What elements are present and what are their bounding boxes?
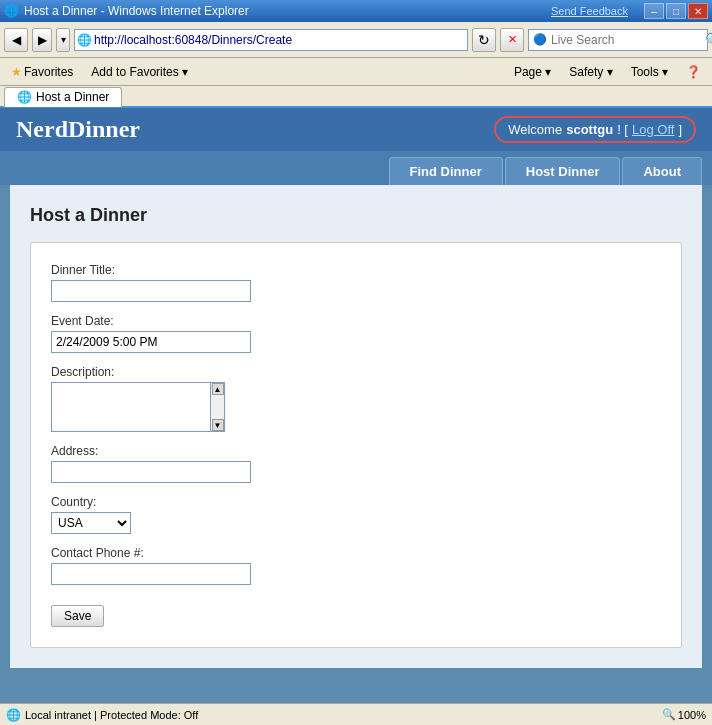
toolbar: ★ Favorites Add to Favorites ▾ Page ▾ Sa… [0, 58, 712, 86]
country-label: Country: [51, 495, 661, 509]
window-title: Host a Dinner - Windows Internet Explore… [24, 4, 249, 18]
country-group: Country: USA UK Canada Australia [51, 495, 661, 534]
maximize-button[interactable]: □ [666, 3, 686, 19]
save-button[interactable]: Save [51, 605, 104, 627]
country-select-wrap: USA UK Canada Australia [51, 512, 661, 534]
title-bar-left: 🌐 Host a Dinner - Windows Internet Explo… [4, 4, 249, 18]
tab-icon: 🌐 [17, 90, 32, 104]
nav-tab-host-dinner[interactable]: Host Dinner [505, 157, 621, 185]
intranet-icon: 🌐 [6, 708, 21, 722]
welcome-separator: ! [ [617, 122, 628, 137]
zoom-area: 🔍 100% [662, 708, 706, 721]
tools-menu-button[interactable]: Tools ▾ [624, 61, 675, 83]
description-textarea-wrap: ▲ ▼ [51, 382, 661, 432]
description-input[interactable] [51, 382, 211, 432]
contact-phone-label: Contact Phone #: [51, 546, 661, 560]
event-date-label: Event Date: [51, 314, 661, 328]
contact-phone-group: Contact Phone #: [51, 546, 661, 585]
country-select[interactable]: USA UK Canada Australia [51, 512, 131, 534]
address-input[interactable] [51, 461, 251, 483]
zoom-level: 100% [678, 709, 706, 721]
status-text: Local intranet | Protected Mode: Off [25, 709, 198, 721]
description-scrollbar: ▲ ▼ [211, 382, 225, 432]
event-date-group: Event Date: [51, 314, 661, 353]
contact-phone-input[interactable] [51, 563, 251, 585]
favorites-label: Favorites [24, 65, 73, 79]
title-bar: 🌐 Host a Dinner - Windows Internet Explo… [0, 0, 712, 22]
zoom-icon: 🔍 [662, 708, 676, 721]
dinner-title-label: Dinner Title: [51, 263, 661, 277]
description-label: Description: [51, 365, 661, 379]
forward-button[interactable]: ▶ [32, 28, 52, 52]
address-bar-wrap: 🌐 [74, 29, 468, 51]
search-input[interactable] [551, 33, 701, 47]
refresh-button[interactable]: ↻ [472, 28, 496, 52]
add-favorites-label: Add to Favorites ▾ [91, 65, 188, 79]
status-left: 🌐 Local intranet | Protected Mode: Off [6, 708, 198, 722]
star-icon: ★ [11, 65, 22, 79]
welcome-area: Welcome scottgu ! [ Log Off ] [494, 116, 696, 143]
page-title: Host a Dinner [30, 205, 682, 226]
status-bar: 🌐 Local intranet | Protected Mode: Off 🔍… [0, 703, 712, 725]
favorites-button[interactable]: ★ Favorites [4, 61, 80, 83]
form-container: Dinner Title: Event Date: Description: ▲ [30, 242, 682, 648]
tab-host-dinner[interactable]: 🌐 Host a Dinner [4, 87, 122, 107]
tab-label: Host a Dinner [36, 90, 109, 104]
close-bracket: ] [678, 122, 682, 137]
browser-body: NerdDinner Welcome scottgu ! [ Log Off ]… [0, 108, 712, 703]
logoff-link[interactable]: Log Off [632, 122, 674, 137]
scrollbar-up-button[interactable]: ▲ [212, 383, 224, 395]
dinner-title-input[interactable] [51, 280, 251, 302]
description-group: Description: ▲ ▼ [51, 365, 661, 432]
nav-tab-find-dinner[interactable]: Find Dinner [389, 157, 503, 185]
address-label: Address: [51, 444, 661, 458]
app-logo: NerdDinner [16, 116, 140, 143]
window-controls: – □ ✕ [644, 3, 708, 19]
address-input[interactable] [94, 33, 465, 47]
event-date-input[interactable] [51, 331, 251, 353]
content-area: Host a Dinner Dinner Title: Event Date: … [10, 185, 702, 668]
username: scottgu [566, 122, 613, 137]
help-button[interactable]: ❓ [679, 61, 708, 83]
page-menu-button[interactable]: Page ▾ [507, 61, 558, 83]
minimize-button[interactable]: – [644, 3, 664, 19]
search-button[interactable]: 🔍 [705, 32, 712, 48]
address-bar: ◀ ▶ ▾ 🌐 ↻ ✕ 🔵 🔍 [0, 22, 712, 58]
nav-tabs: Find Dinner Host Dinner About [0, 151, 712, 185]
app-header: NerdDinner Welcome scottgu ! [ Log Off ] [0, 108, 712, 151]
safety-menu-button[interactable]: Safety ▾ [562, 61, 619, 83]
close-button[interactable]: ✕ [688, 3, 708, 19]
search-provider-icon: 🔵 [533, 33, 547, 46]
welcome-text: Welcome [508, 122, 562, 137]
ie-page-icon: 🌐 [77, 33, 92, 47]
dropdown-button[interactable]: ▾ [56, 28, 70, 52]
add-favorites-button[interactable]: Add to Favorites ▾ [84, 61, 195, 83]
dinner-title-group: Dinner Title: [51, 263, 661, 302]
stop-button[interactable]: ✕ [500, 28, 524, 52]
send-feedback-link[interactable]: Send Feedback [551, 5, 628, 17]
search-wrap: 🔵 🔍 [528, 29, 708, 51]
address-group: Address: [51, 444, 661, 483]
nav-tab-about[interactable]: About [622, 157, 702, 185]
scrollbar-down-button[interactable]: ▼ [212, 419, 224, 431]
back-button[interactable]: ◀ [4, 28, 28, 52]
ie-icon: 🌐 [4, 4, 19, 18]
tab-bar: 🌐 Host a Dinner [0, 86, 712, 108]
